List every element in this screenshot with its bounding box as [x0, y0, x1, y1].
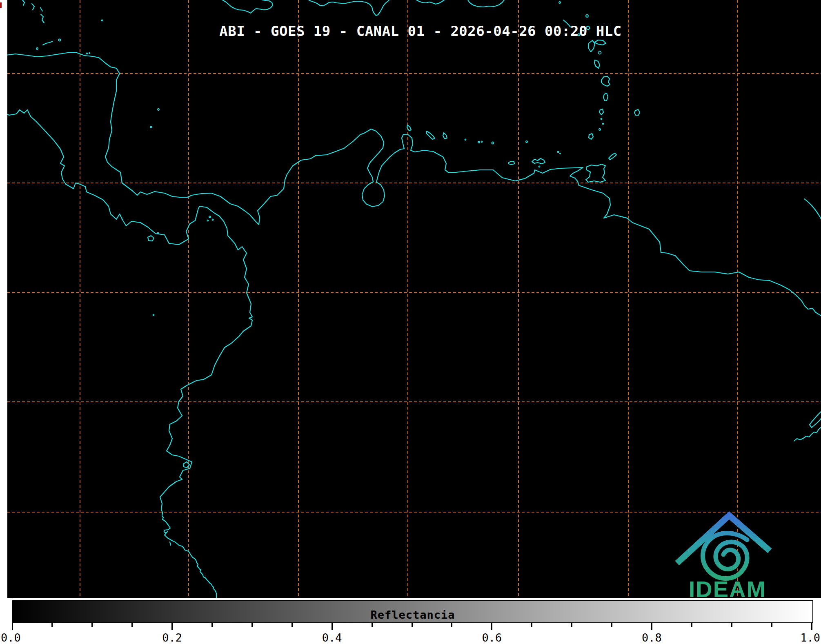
colorbar-major-tick: [12, 623, 13, 630]
colorbar-minor-tick: [51, 623, 53, 627]
colorbar-minor-tick: [731, 623, 732, 627]
colorbar-minor-tick: [412, 623, 413, 627]
map-area: ABI - GOES 19 - CANAL 01 - 2026-04-26 00…: [0, 0, 821, 598]
colorbar-minor-tick: [571, 623, 572, 627]
colorbar-minor-tick: [211, 623, 213, 627]
image-title: ABI - GOES 19 - CANAL 01 - 2026-04-26 00…: [219, 23, 622, 39]
scan-edge-strip: [0, 0, 7, 598]
colorbar-tick-label: 0.2: [162, 631, 182, 644]
map-svg: ABI - GOES 19 - CANAL 01 - 2026-04-26 00…: [0, 0, 821, 598]
colorbar-tick-label: 0.6: [482, 631, 502, 644]
colorbar-major-tick: [651, 623, 652, 630]
colorbar-minor-tick: [291, 623, 293, 627]
colorbar-minor-tick: [531, 623, 532, 627]
colorbar-major-tick: [171, 623, 173, 630]
colorbar-minor-tick: [251, 623, 253, 627]
colorbar-minor-tick: [372, 623, 373, 627]
colorbar-label: Reflectancia: [13, 608, 812, 621]
colorbar-minor-tick: [451, 623, 452, 627]
colorbar-minor-tick: [691, 623, 692, 627]
colorbar-minor-tick: [611, 623, 612, 627]
colorbar-tick-label: 1.0: [800, 631, 820, 644]
colorbar-area: Reflectancia 0.00.20.40.60.81.0: [0, 598, 821, 644]
map-background: [0, 0, 821, 598]
logo-text: IDEAM: [689, 576, 766, 598]
colorbar-major-tick: [491, 623, 492, 630]
colorbar-major-tick: [811, 623, 812, 630]
colorbar-tick-label: 0.4: [322, 631, 342, 644]
colorbar-major-tick: [332, 623, 333, 630]
colorbar-minor-tick: [131, 623, 133, 627]
satellite-image-viewer: ABI - GOES 19 - CANAL 01 - 2026-04-26 00…: [0, 0, 821, 644]
colorbar-gradient: Reflectancia: [12, 600, 813, 623]
colorbar-minor-tick: [771, 623, 772, 627]
scan-edge-mark: [0, 2, 2, 8]
colorbar-minor-tick: [91, 623, 93, 627]
colorbar-tick-label: 0.8: [642, 631, 662, 644]
colorbar-tick-label: 0.0: [1, 631, 21, 644]
